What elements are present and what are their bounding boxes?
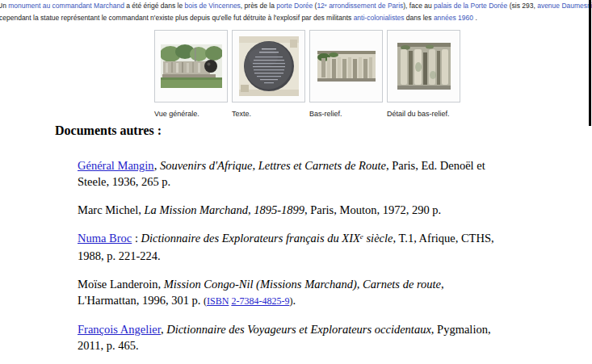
documents-section: Documents autres : Général Mangin, Souve… xyxy=(55,123,523,364)
text-segment: Dictionnaire des Voyageurs et Explorateu… xyxy=(166,323,431,336)
gallery-item: Bas-relief. xyxy=(309,30,383,118)
text-link[interactable]: 2-7384-4825-9 xyxy=(231,295,289,307)
text-segment: (sis 293, xyxy=(507,2,537,10)
plaque-photo-icon xyxy=(239,36,299,96)
text-link[interactable]: palais de la Porte Dorée xyxy=(434,2,507,10)
text-segment: siècle xyxy=(363,232,393,245)
thumbnail-detail-bas-relief[interactable] xyxy=(387,30,460,103)
text-segment: Moïse Landeroin, xyxy=(78,278,164,291)
text-link[interactable]: François Angelier xyxy=(78,323,161,336)
text-segment: , Paris, Ed. Denoël et xyxy=(386,159,485,172)
bas-relief-detail-photo-icon xyxy=(397,43,451,90)
intro-line-1: Un monument au commandant Marchand a été… xyxy=(0,2,592,10)
text-link[interactable]: anti-colonialistes xyxy=(354,14,405,22)
bibliography-entry: Numa Broc : Dictionnaire des Explorateur… xyxy=(78,230,523,264)
text-link[interactable]: arrondissement de Paris xyxy=(327,2,404,10)
text-segment: , près de la xyxy=(241,2,276,10)
text-segment: , xyxy=(441,278,444,291)
intro-line-2: cependant la statue représentant le comm… xyxy=(0,14,477,22)
text-link[interactable]: 12 xyxy=(317,2,324,10)
thumbnail-bas-relief[interactable] xyxy=(309,30,383,103)
monument-photo-icon xyxy=(161,44,222,88)
gallery-item: Texte. xyxy=(232,30,305,118)
text-link[interactable]: Général Mangin xyxy=(78,159,154,172)
text-segment: Souvenirs d'Afrique, Lettres et Carnets … xyxy=(160,159,386,172)
section-heading: Documents autres : xyxy=(55,123,523,139)
text-segment: La Mission Marchand, 1895-1899 xyxy=(145,203,304,216)
text-segment: Mission Congo-Nil (Missions Marchand), C… xyxy=(164,278,441,291)
text-segment: ), face au xyxy=(403,2,434,10)
gallery-item: Détail du bas-relief. xyxy=(387,30,460,118)
gallery-caption: Détail du bas-relief. xyxy=(387,110,460,118)
text-segment: 2011, p. 465. xyxy=(78,339,139,352)
text-segment: dans les xyxy=(404,14,433,22)
text-link[interactable]: porte Dorée xyxy=(276,2,313,10)
page: { "colors": { "link_intro": "#3a55bb", "… xyxy=(0,0,592,364)
text-segment: 1988, p. 221-224. xyxy=(78,249,161,262)
bas-relief-photo-icon xyxy=(317,51,376,82)
text-segment: Dictionnaire des Explorateurs français d… xyxy=(141,232,360,245)
bibliography-entry: Moïse Landeroin, Mission Congo-Nil (Miss… xyxy=(78,276,523,309)
text-link[interactable]: Numa Broc xyxy=(78,232,132,245)
text-segment: Marc Michel, xyxy=(78,203,145,216)
text-segment: cependant la statue représentant le comm… xyxy=(0,14,354,22)
text-segment: a été érigé dans le xyxy=(124,2,185,10)
text-link[interactable]: avenue Daumesnil xyxy=(537,2,592,10)
gallery-caption: Texte. xyxy=(232,110,305,118)
text-segment: , Paris, Mouton, 1972, 290 p. xyxy=(304,203,441,216)
text-segment: , T.1, Afrique, CTHS, xyxy=(393,232,493,245)
text-segment: Steele, 1936, 265 p. xyxy=(78,175,170,188)
text-segment: : xyxy=(132,232,141,245)
thumbnail-vue-generale[interactable] xyxy=(154,30,228,103)
text-link[interactable]: ISBN xyxy=(207,295,229,307)
gallery-item: Vue générale. xyxy=(154,30,228,118)
text-segment: , xyxy=(154,159,160,172)
text-link[interactable]: e xyxy=(325,2,327,7)
text-segment: L'Harmattan, 1996, 301 p. xyxy=(78,294,204,307)
text-segment: e xyxy=(360,232,363,241)
bibliography-entry: Général Mangin, Souvenirs d'Afrique, Let… xyxy=(78,157,523,190)
text-link[interactable]: bois de Vincennes xyxy=(185,2,241,10)
window-border xyxy=(589,0,591,126)
bibliography-entry: Marc Michel, La Mission Marchand, 1895-1… xyxy=(78,202,523,218)
thumbnail-texte[interactable] xyxy=(232,30,305,103)
text-segment: . xyxy=(292,294,296,307)
text-segment: , Pygmalion, xyxy=(431,323,491,336)
text-link[interactable]: années 1960 xyxy=(434,14,473,22)
image-gallery: Vue générale. xyxy=(154,30,464,118)
text-link[interactable]: monument au commandant Marchand xyxy=(8,2,124,10)
text-segment: Un xyxy=(0,2,8,10)
gallery-caption: Vue générale. xyxy=(154,110,228,118)
bibliography-entry: François Angelier, Dictionnaire des Voya… xyxy=(78,321,523,354)
embedded-screenshot-region: Un monument au commandant Marchand a été… xyxy=(0,0,592,126)
gallery-caption: Bas-relief. xyxy=(309,110,383,118)
text-segment: . xyxy=(473,14,477,22)
